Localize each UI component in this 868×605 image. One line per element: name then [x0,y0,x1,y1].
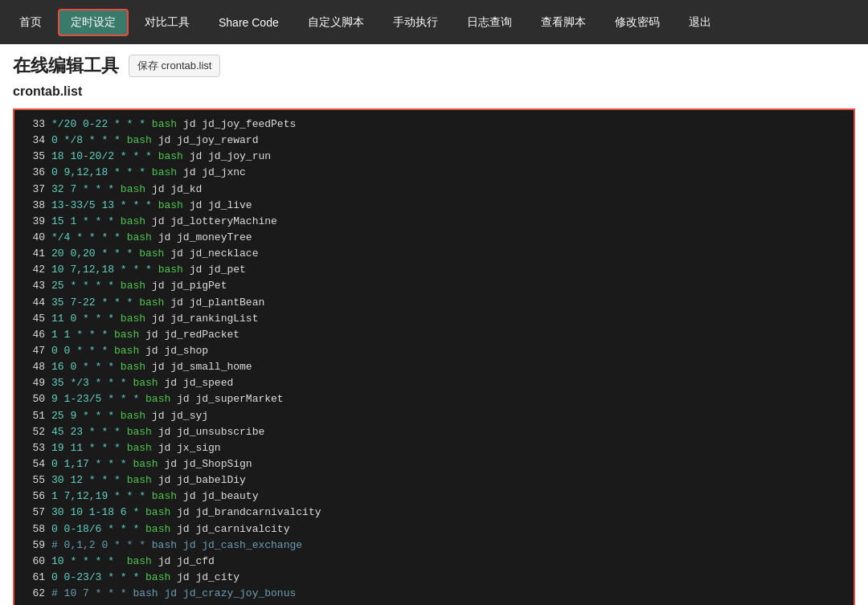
line-content: 1 7,12,19 * * * bash jd jd_beauty [51,488,845,505]
nav-item-sharecode[interactable]: Share Code [206,10,292,35]
table-row: 3518 10-20/2 * * * bash jd jd_joy_run [23,149,845,165]
line-content: 1 1 * * * bash jd jd_redPacket [51,327,845,343]
line-number: 43 [23,278,45,294]
line-content: 0 1,17 * * * bash jd jd_ShopSign [51,456,845,472]
line-number: 33 [23,117,45,133]
line-content: 0 0-23/3 * * * bash jd jd_city [51,570,845,586]
table-row: 4120 0,20 * * * bash jd jd_necklace [23,246,845,262]
table-row: 540 1,17 * * * bash jd jd_ShopSign [23,456,845,472]
line-number: 52 [23,424,45,440]
line-number: 42 [23,262,45,278]
line-number: 47 [23,343,45,359]
line-content: 32 7 * * * bash jd jd_kd [51,182,845,198]
line-content: # 10 7 * * * bash jd jd_crazy_joy_bonus [51,586,845,602]
line-content: 15 1 * * * bash jd jd_lotteryMachine [51,214,845,230]
save-button[interactable]: 保存 crontab.list [129,55,220,77]
line-content: 10 * * * * bash jd jd_cfd [51,554,845,570]
table-row: 4511 0 * * * bash jd jd_rankingList [23,311,845,327]
line-number: 50 [23,391,45,407]
line-content: 25 * * * * bash jd jd_pigPet [51,278,845,294]
line-content: 0 0 * * * bash jd jd_shop [51,343,845,359]
line-number: 36 [23,165,45,181]
line-content: 20 0,20 * * * bash jd jd_necklace [51,246,845,262]
line-number: 63 [23,602,45,605]
line-content: 11 0 * * * bash jd jd_rankingList [51,311,845,327]
line-content: 16 0 * * * bash jd jd_small_home [51,359,845,375]
table-row: 340 */8 * * * bash jd jd_joy_reward [23,133,845,149]
table-row: 610 0-23/3 * * * bash jd jd_city [23,570,845,586]
line-number: 34 [23,133,45,149]
table-row: 3915 1 * * * bash jd jd_lotteryMachine [23,214,845,230]
table-row: 59# 0,1,2 0 * * * bash jd jd_cash_exchan… [23,538,845,554]
line-number: 40 [23,230,45,246]
page-header: 在线编辑工具 保存 crontab.list [0,44,868,81]
line-number: 56 [23,488,45,505]
table-row: 509 1-23/5 * * * bash jd jd_superMarket [23,391,845,407]
line-content: 18 10-20/2 * * * bash jd jd_joy_run [51,149,845,165]
line-number: 37 [23,182,45,198]
line-content: 0 9,12,18 * * * bash jd jd_jxnc [51,165,845,181]
table-row: 5319 11 * * * bash jd jx_sign [23,440,845,456]
line-content: 30 12 * * * bash jd jd_babelDiy [51,472,845,488]
line-content: 0 0-18/6 * * * bash jd jd_carnivalcity [51,521,845,538]
line-number: 54 [23,456,45,472]
table-row: 360 9,12,18 * * * bash jd jd_jxnc [23,165,845,181]
table-row: 4325 * * * * bash jd jd_pigPet [23,278,845,294]
line-number: 45 [23,311,45,327]
line-number: 44 [23,295,45,311]
table-row: 4435 7-22 * * * bash jd jd_plantBean [23,295,845,311]
nav-item-diff[interactable]: 对比工具 [132,9,203,36]
line-content: 35 */3 * * * bash jd jd_speed [51,375,845,391]
line-number: 55 [23,472,45,488]
line-content: # 0,1,2 0 * * * bash jd jd_cash_exchange [51,538,845,554]
line-number: 46 [23,327,45,343]
nav-item-viewscript[interactable]: 查看脚本 [528,9,599,36]
table-row: 5125 9 * * * bash jd jd_syj [23,408,845,424]
table-row: 4210 7,12,18 * * * bash jd jd_pet [23,262,845,278]
table-row: 4816 0 * * * bash jd jd_small_home [23,359,845,375]
line-content: 35 7-22 * * * bash jd jd_plantBean [51,295,845,311]
table-row: 5530 12 * * * bash jd jd_babelDiy [23,472,845,488]
nav-item-log[interactable]: 日志查询 [454,9,525,36]
line-number: 59 [23,538,45,554]
nav-item-passwd[interactable]: 修改密码 [602,9,673,36]
line-number: 38 [23,198,45,214]
code-editor[interactable]: 33*/20 0-22 * * * bash jd jd_joy_feedPet… [13,108,855,605]
nav-item-schedule[interactable]: 定时设定 [58,9,129,36]
table-row: 580 0-18/6 * * * bash jd jd_carnivalcity [23,521,845,538]
line-content: 45 23 * * * bash jd jd_unsubscribe [51,424,845,440]
nav-item-custom[interactable]: 自定义脚本 [295,9,377,36]
table-row: 470 0 * * * bash jd jd_shop [23,343,845,359]
line-content: 30 10 1-18 6 * bash jd jd_brandcarnivalc… [51,505,845,521]
line-content: 13-33/5 13 * * * bash jd jd_live [51,198,845,214]
table-row: 33*/20 0-22 * * * bash jd jd_joy_feedPet… [23,117,845,133]
page-title: 在线编辑工具 [13,54,119,78]
line-number: 61 [23,570,45,586]
line-content: 0 */8 * * * bash jd jd_joy_reward [51,133,845,149]
nav-item-logout[interactable]: 退出 [676,9,724,36]
navbar: 首页定时设定对比工具Share Code自定义脚本手动执行日志查询查看脚本修改密… [0,0,868,44]
line-number: 49 [23,375,45,391]
table-row: 62# 10 7 * * * bash jd jd_crazy_joy_bonu… [23,586,845,602]
line-number: 48 [23,359,45,375]
line-content: */20 0-22 * * * bash jd jd_joy_feedPets [51,117,845,133]
line-number: 60 [23,554,45,570]
table-row: 3732 7 * * * bash jd jd_kd [23,182,845,198]
table-row: 5730 10 1-18 6 * bash jd jd_brandcarniva… [23,505,845,521]
table-row: 4935 */3 * * * bash jd jd_speed [23,375,845,391]
line-number: 51 [23,408,45,424]
table-row: 561 7,12,19 * * * bash jd jd_beauty [23,488,845,505]
line-number: 41 [23,246,45,262]
line-number: 57 [23,505,45,521]
nav-item-manual[interactable]: 手动执行 [380,9,451,36]
nav-item-home[interactable]: 首页 [6,9,55,36]
table-row: 6010 * * * * bash jd jd_cfd [23,554,845,570]
table-row: 635 5 */2 * * bash jd jd_crazy_joy_coin [23,602,845,605]
line-content: 19 11 * * * bash jd jx_sign [51,440,845,456]
table-row: 461 1 * * * bash jd jd_redPacket [23,327,845,343]
line-content: 9 1-23/5 * * * bash jd jd_superMarket [51,391,845,407]
line-number: 53 [23,440,45,456]
table-row: 40*/4 * * * * bash jd jd_moneyTree [23,230,845,246]
line-number: 62 [23,586,45,602]
line-content: 25 9 * * * bash jd jd_syj [51,408,845,424]
